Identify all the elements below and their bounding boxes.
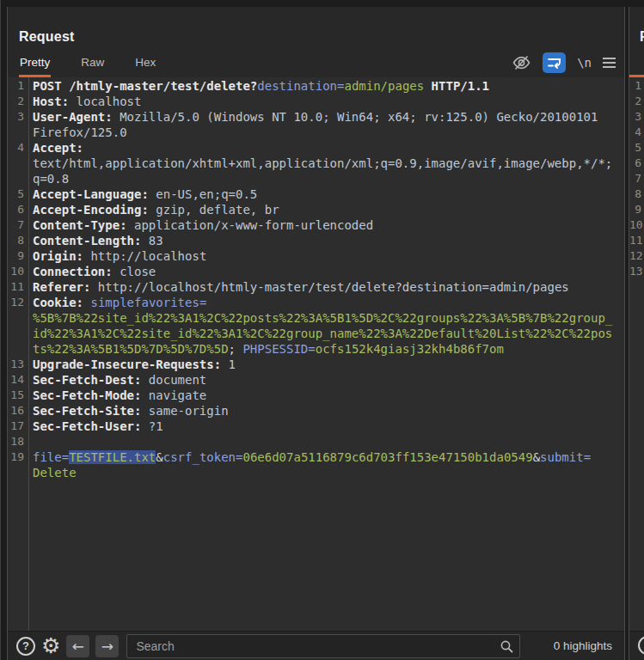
line-number: 5 [8,186,28,202]
request-panel: Request Pretty Raw Hex [7,7,625,660]
text-segment: document [141,373,206,387]
line-content[interactable]: Connection: close [28,264,624,279]
response-help-icon-partial [638,636,644,655]
response-line-number: 3 [629,109,644,125]
response-line-number: 8 [629,186,644,202]
highlights-count: 0 highlights [554,639,612,652]
response-line-number: 13 [629,264,644,279]
text-segment: Mozilla/5.0 (Windows NT 10.0; Win64; x64… [33,110,598,139]
line-content[interactable]: Referer: http://localhost/htmly-master/t… [28,279,624,295]
response-line-number: 5 [629,140,644,156]
line-content[interactable]: Origin: http://localhost [28,248,624,264]
eye-slash-icon[interactable] [512,52,531,73]
line-content[interactable]: Sec-Fetch-Site: same-origin [28,403,624,419]
text-segment: & [156,450,163,464]
gear-icon[interactable]: ⚙ [41,637,60,656]
back-button[interactable]: ← [66,635,89,657]
hamburger-menu-icon[interactable] [603,52,616,73]
line-content[interactable]: User-Agent: Mozilla/5.0 (Windows NT 10.0… [28,109,624,140]
editor-line: 19file=TESTFILE.txt&csrf_token=06e6d07a5… [8,449,624,480]
line-content[interactable]: Content-Type: application/x-www-form-url… [28,217,624,233]
line-content[interactable]: Upgrade-Insecure-Requests: 1 [28,357,624,372]
line-content[interactable]: Sec-Fetch-Dest: document [28,372,624,388]
line-content[interactable]: Host: localhost [28,94,624,109]
text-segment: application/x-www-form-urlencoded [127,218,374,232]
text-segment: Sec-Fetch-Site: [33,404,141,418]
editor-line: 14Sec-Fetch-Dest: document [8,372,624,388]
editor-statusbar: ? ⚙ ← → 0 highlights [8,631,624,660]
response-statusbar-partial [629,631,644,660]
text-segment: Cookie: [33,296,83,309]
line-content[interactable]: Cookie: simplefavorites=%5B%7B%22site_id… [28,295,624,357]
text-segment: http://localhost/htmly-master/test/delet… [90,280,568,294]
text-segment: Origin: [33,249,83,263]
line-number: 12 [8,295,28,357]
response-line-number: 12 [629,248,644,264]
editor-line: 11Referer: http://localhost/htmly-master… [8,279,624,295]
search-input[interactable] [126,634,520,658]
text-segment: Sec-Fetch-User: [33,419,141,433]
line-number: 4 [8,140,28,186]
tab-hex[interactable]: Hex [134,56,156,77]
text-segment: localhost [69,95,141,108]
help-icon[interactable]: ? [16,637,35,656]
text-segment: destination= [257,79,344,93]
search-field-wrap [126,634,520,658]
line-number: 16 [8,403,28,419]
response-title-partial: R [640,29,644,45]
text-segment: Host: [33,95,69,108]
line-content[interactable]: Sec-Fetch-User: ?1 [28,419,624,434]
response-line-number: 2 [629,94,644,109]
forward-button[interactable]: → [95,635,119,657]
editor-line: 15Sec-Fetch-Mode: navigate [8,388,624,403]
text-segment: & [533,450,540,464]
line-content[interactable]: Accept: text/html,application/xhtml+xml,… [28,140,624,186]
editor-line: 4Accept: text/html,application/xhtml+xml… [8,140,624,186]
text-segment: HTTP/1.1 [424,79,489,93]
line-number: 13 [8,357,28,372]
line-content[interactable]: POST /htmly-master/test/delete?destinati… [28,78,624,94]
request-editor[interactable]: 1POST /htmly-master/test/delete?destinat… [8,77,624,631]
text-segment: submit= [540,450,591,464]
line-content[interactable]: file=TESTFILE.txt&csrf_token=06e6d07a511… [28,449,624,480]
editor-line: 13Upgrade-Insecure-Requests: 1 [8,357,624,372]
text-segment: POST /htmly-master/test/delete? [33,79,257,93]
editor-line: 18 [8,434,624,449]
editor-line: 16Sec-Fetch-Site: same-origin [8,403,624,419]
tab-raw[interactable]: Raw [80,56,105,77]
text-segment: ocfs152k4giasj32kh4b86f7om [316,342,504,356]
text-segment: gzip, deflate, br [149,203,279,217]
text-segment: en-US,en;q=0.5 [149,187,257,201]
line-number: 2 [8,94,28,109]
newline-toggle[interactable]: \n [577,52,592,73]
line-content[interactable]: Content-Length: 83 [28,233,624,248]
line-content[interactable]: Accept-Encoding: gzip, deflate, br [28,202,624,217]
text-segment: admin/pages [344,79,424,93]
text-segment: Accept: [33,141,83,155]
line-content[interactable]: Sec-Fetch-Mode: navigate [28,388,624,403]
search-icon [500,639,514,654]
text-segment: Accept-Language: [33,187,149,201]
text-segment: http://localhost [83,249,206,263]
line-number: 11 [8,279,28,295]
line-number: 18 [8,434,28,449]
text-segment: close [113,265,156,278]
text-segment: Sec-Fetch-Dest: [33,373,141,387]
response-line-number: 4 [629,125,644,140]
line-content[interactable]: Accept-Language: en-US,en;q=0.5 [28,186,624,202]
editor-line: 7Content-Type: application/x-www-form-ur… [8,217,624,233]
text-segment: Delete [33,466,77,480]
editor-line: 2Host: localhost [8,94,624,109]
text-segment: Content-Type: [33,218,127,232]
editor-line: 8Content-Length: 83 [8,233,624,248]
editor-line: 6Accept-Encoding: gzip, deflate, br [8,202,624,217]
tab-pretty[interactable]: Pretty [19,56,51,77]
text-segment: Referer: [33,280,90,294]
word-wrap-toggle-button[interactable] [543,52,566,73]
text-segment: text/html,application/xhtml+xml,applicat… [33,156,612,186]
text-segment: file= [33,450,69,464]
line-content[interactable] [28,434,624,449]
panel-title: Request [19,29,75,45]
line-number: 19 [8,449,28,480]
editor-line: 17Sec-Fetch-User: ?1 [8,419,624,434]
